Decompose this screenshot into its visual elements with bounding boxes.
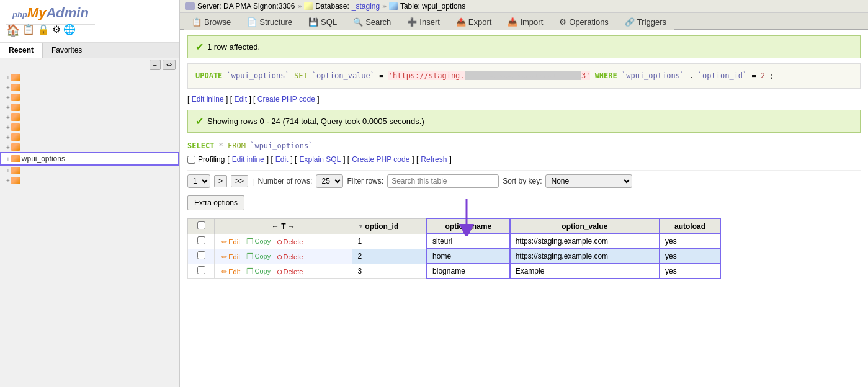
sidebar-item-wpui-options[interactable]: + wpui_options [0, 152, 179, 166]
lock-icon[interactable]: 🔒 [37, 24, 50, 37]
profiling-checkbox[interactable] [187, 156, 195, 164]
table-icon-1 [11, 74, 20, 81]
sql-eq: = [379, 71, 388, 80]
tab-operations[interactable]: ⚙ Operations [551, 13, 617, 30]
scroll-link-btn[interactable]: ⇔ [163, 60, 176, 70]
row1-option-id: 1 [352, 234, 427, 249]
row1-copy-btn[interactable]: ❐ Copy [244, 236, 273, 247]
row2-edit-btn[interactable]: ✏ Edit [220, 252, 242, 262]
home-icon[interactable]: 🏠 [6, 24, 20, 37]
extra-options-button[interactable]: Extra options [187, 195, 244, 210]
profiling-php[interactable]: Create PHP code [352, 155, 409, 164]
tree-item-1[interactable]: + [0, 73, 179, 82]
row1-checkbox[interactable] [197, 236, 205, 244]
tab-search[interactable]: 🔍 Search [345, 13, 399, 30]
table-icon-6 [11, 123, 20, 131]
page-last-btn[interactable]: >> [231, 175, 248, 187]
profiling-explain[interactable]: Explain SQL [299, 155, 341, 164]
tree-item-9[interactable]: + [0, 166, 179, 176]
row3-delete-btn[interactable]: ⊖ Delete [275, 267, 305, 277]
page-number-select[interactable]: 1 [187, 174, 210, 188]
expand-icon-6: + [6, 124, 10, 131]
sort-icon-id: ▼ [357, 223, 364, 229]
tab-import-label: Import [520, 17, 543, 27]
tree-item-4[interactable]: + [0, 102, 179, 112]
row1-delete-btn[interactable]: ⊖ Delete [275, 238, 305, 247]
list-icon[interactable]: 📋 [22, 24, 35, 37]
edit-inline-link[interactable]: Edit inline [192, 95, 224, 104]
bracket-p6: ] [449, 155, 451, 164]
col-autoload-label: autoload [674, 222, 705, 231]
breadcrumb-sep-1: » [297, 2, 302, 11]
tab-sql[interactable]: 💾 SQL [300, 13, 345, 30]
sql-from-tbl: `wpui_options` [250, 141, 313, 150]
expand-icon-5: + [6, 114, 10, 121]
bracket-close-3: ] [317, 95, 319, 104]
tree-item-3[interactable]: + [0, 92, 179, 102]
tree-item-7[interactable]: + [0, 132, 179, 142]
sortby-select[interactable]: None [545, 174, 632, 188]
rows-select[interactable]: 25 [316, 174, 343, 188]
row1-actions-cell: ✏ Edit ❐ Copy ⊖ Delete [215, 234, 352, 249]
col-option-id-header: ▼ option_id [352, 218, 427, 234]
triggers-icon: 🔗 [625, 17, 635, 27]
breadcrumb: Server: DA PMA Signon:3306 » Database: _… [180, 0, 868, 13]
tab-insert[interactable]: ➕ Insert [399, 13, 448, 30]
expand-icon-4: + [6, 104, 10, 111]
tab-structure[interactable]: 📄 Structure [239, 13, 300, 30]
showing-rows-message: ✔ Showing rows 0 - 24 (714 total, Query … [187, 110, 861, 133]
row1-option-name: siteurl [427, 234, 510, 249]
tab-operations-label: Operations [569, 17, 609, 27]
page-next-btn[interactable]: > [214, 175, 227, 187]
showing-rows-text: Showing rows 0 - 24 (714 total, Query to… [207, 117, 424, 126]
sortby-label: Sort by key: [503, 177, 542, 185]
tree-item-2[interactable]: + [0, 82, 179, 92]
row3-option-id: 3 [352, 264, 427, 278]
create-php-link[interactable]: Create PHP code [257, 95, 315, 104]
sql-query-block: UPDATE `wpui_options` SET `option_value`… [187, 63, 861, 89]
sidebar-tab-recent[interactable]: Recent [0, 43, 43, 58]
row3-edit-btn[interactable]: ✏ Edit [220, 267, 242, 277]
globe-icon[interactable]: 🌐 [63, 24, 76, 37]
row3-copy-btn[interactable]: ❐ Copy [244, 266, 273, 277]
col-option-name-header: option_name [427, 218, 510, 234]
tree-item-8[interactable]: + [0, 142, 179, 152]
delete-icon-1: ⊖ [277, 238, 282, 246]
edit-link[interactable]: Edit [234, 95, 247, 104]
tab-export[interactable]: 📤 Export [448, 13, 500, 30]
tab-import[interactable]: 📥 Import [499, 13, 551, 30]
col-option-value-label: option_value [562, 222, 607, 231]
sql-eq2: = [752, 71, 761, 80]
delete-icon-3: ⊖ [277, 268, 282, 276]
scroll-collapse-btn[interactable]: − [150, 60, 161, 70]
tree-item-10[interactable]: + [0, 176, 179, 185]
breadcrumb-db-name[interactable]: _staging [352, 2, 380, 11]
table-icon-5 [11, 113, 20, 121]
sidebar-tab-favorites[interactable]: Favorites [43, 43, 91, 58]
tab-browse[interactable]: 📋 Browse [184, 13, 239, 30]
pencil-icon-3: ✏ [221, 268, 227, 276]
row3-option-value: Example [510, 264, 660, 278]
sql-num-val: 2 [761, 71, 765, 80]
table-icon-3 [11, 94, 20, 101]
gear-icon[interactable]: ⚙ [52, 24, 61, 37]
logo-admin: Admin [46, 5, 88, 20]
sql-tbl-name: `wpui_options` [227, 71, 294, 80]
row3-checkbox[interactable] [197, 266, 205, 274]
tree-item-6[interactable]: + [0, 122, 179, 132]
tree-item-5[interactable]: + [0, 112, 179, 122]
tab-triggers[interactable]: 🔗 Triggers [617, 13, 674, 30]
row2-delete-btn[interactable]: ⊖ Delete [275, 252, 305, 262]
select-all-checkbox[interactable] [197, 221, 205, 229]
profiling-edit[interactable]: Edit [275, 155, 289, 164]
profiling-edit-inline[interactable]: Edit inline [232, 155, 264, 164]
row1-edit-btn[interactable]: ✏ Edit [220, 238, 242, 247]
col-option-name-label: option_name [445, 222, 492, 231]
logo: phpMyAdmin [6, 5, 95, 25]
row2-checkbox[interactable] [197, 251, 205, 259]
row2-copy-btn[interactable]: ❐ Copy [244, 251, 273, 262]
sql-kw-update: UPDATE [195, 71, 222, 80]
profiling-refresh[interactable]: Refresh [421, 155, 447, 164]
copy-icon-2: ❐ [246, 252, 254, 261]
filter-input[interactable] [387, 174, 499, 188]
